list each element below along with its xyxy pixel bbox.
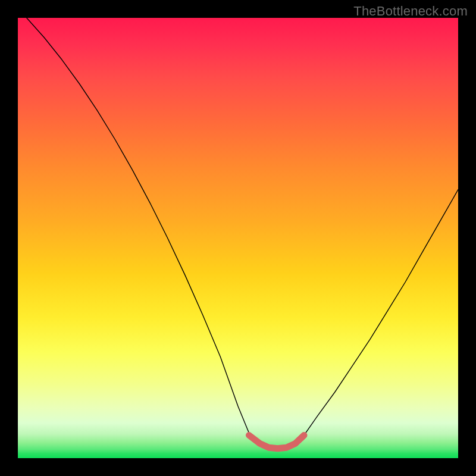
curve-right-branch (302, 190, 458, 439)
watermark-text: TheBottleneck.com (353, 4, 468, 19)
plot-area (18, 18, 458, 458)
chart-stage: TheBottleneck.com (0, 0, 476, 476)
curve-layer (18, 18, 458, 458)
bottleneck-marker (249, 436, 305, 449)
curve-left-branch (27, 18, 251, 439)
